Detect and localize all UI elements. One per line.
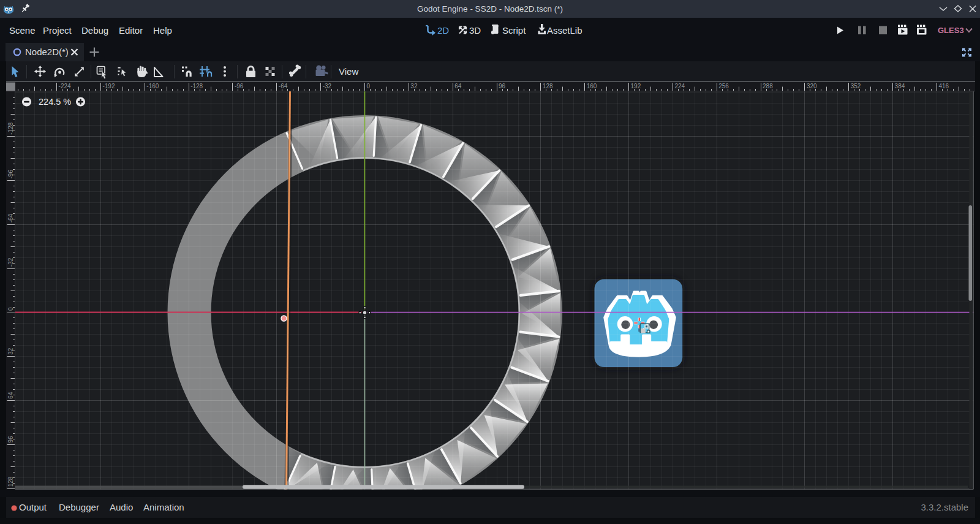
svg-text:192: 192 [631,83,641,89]
svg-text:64: 64 [7,392,14,399]
svg-text:160: 160 [587,83,597,89]
svg-text:256: 256 [718,83,729,89]
svg-text:-64: -64 [7,213,14,222]
svg-text:-224: -224 [59,83,71,89]
svg-text:-128: -128 [7,122,14,134]
svg-text:-96: -96 [7,170,14,179]
svg-text:128: 128 [7,476,14,487]
svg-text:224: 224 [674,83,685,89]
svg-text:352: 352 [851,83,861,89]
svg-text:32: 32 [410,83,418,89]
svg-text:384: 384 [895,83,905,89]
svg-text:416: 416 [938,83,949,89]
svg-text:-192: -192 [102,83,115,89]
svg-text:-160: -160 [146,83,159,89]
svg-text:0: 0 [367,83,371,89]
svg-text:96: 96 [499,83,506,89]
svg-text:-96: -96 [235,83,244,89]
svg-text:0: 0 [7,307,14,311]
svg-text:-128: -128 [190,83,203,89]
svg-text:64: 64 [454,83,462,89]
svg-text:-32: -32 [7,257,14,267]
svg-text:32: 32 [7,347,14,355]
svg-text:-64: -64 [279,83,288,89]
svg-text:320: 320 [807,83,817,89]
svg-text:224.5 %: 224.5 % [39,97,71,107]
svg-text:-32: -32 [323,83,332,89]
svg-text:128: 128 [543,83,553,89]
svg-text:96: 96 [7,436,14,443]
svg-text:288: 288 [763,83,773,89]
